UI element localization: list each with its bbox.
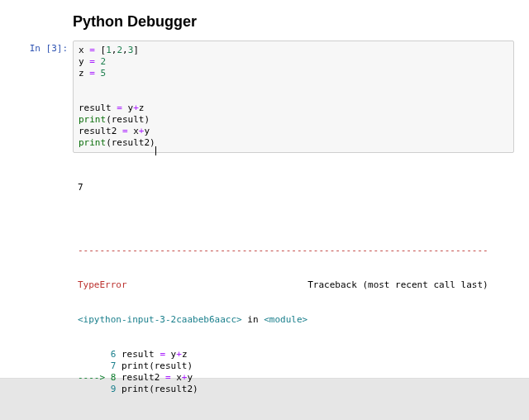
notebook-page: Python Debugger In [3]: x = [1,2,3] y = … bbox=[0, 0, 529, 379]
code-cell-executed: In [3]: x = [1,2,3] y = 2 z = 5 result =… bbox=[15, 41, 514, 420]
cell-prompt: In [3]: bbox=[15, 41, 73, 55]
traceback-separator: ----------------------------------------… bbox=[78, 245, 509, 256]
stdout-line: 7 bbox=[78, 182, 509, 193]
page-title: Python Debugger bbox=[73, 13, 514, 31]
code-input-area[interactable]: x = [1,2,3] y = 2 z = 5 result = y+z pri… bbox=[73, 41, 514, 153]
traceback-frames: 6 result = y+z 7 print(result) ----> 8 r… bbox=[78, 349, 509, 395]
cell-output: 7 --------------------------------------… bbox=[73, 156, 514, 420]
traceback-source: <ipython-input-3-2caabeb6aacc> in <modul… bbox=[78, 314, 509, 326]
traceback-header: TypeError Traceback (most recent call la… bbox=[78, 279, 509, 291]
